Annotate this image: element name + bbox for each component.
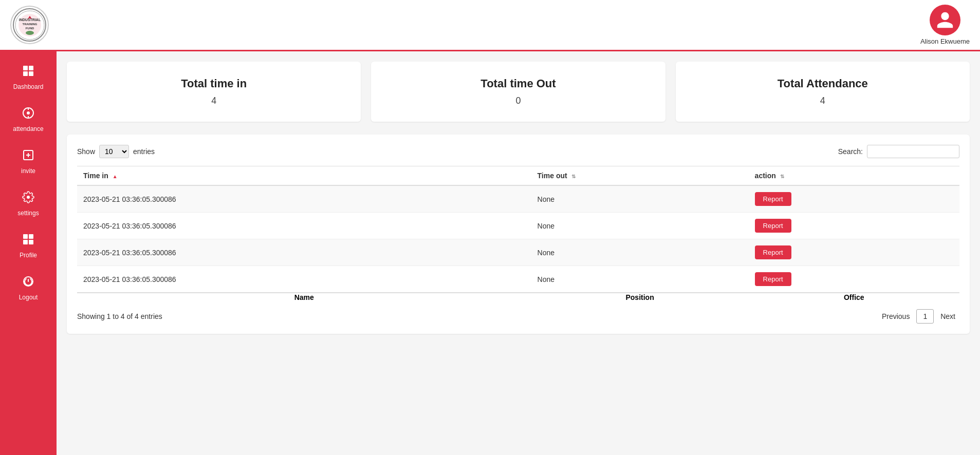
invite-label: invite — [21, 167, 35, 175]
report-button-3[interactable]: Report — [755, 245, 791, 259]
profile-icon — [22, 233, 34, 249]
invite-icon — [22, 149, 34, 164]
page-1-button[interactable]: 1 — [916, 309, 934, 324]
svg-point-12 — [27, 111, 30, 115]
table-row: 2023-05-21 03:36:05.300086 None Report — [77, 266, 959, 293]
table-body: 2023-05-21 03:36:05.300086 None Report 2… — [77, 185, 959, 293]
top-header: INDUSTRIAL TRAINING FUND Alison Ekwueme — [0, 0, 980, 51]
main-layout: Dashboard attendance invi — [0, 51, 980, 455]
sidebar-item-settings[interactable]: settings — [0, 183, 57, 225]
svg-rect-21 — [23, 240, 28, 244]
svg-point-18 — [27, 196, 30, 199]
svg-rect-9 — [23, 71, 28, 76]
table-section: Show 10 25 50 100 entries Search: — [67, 135, 970, 334]
stat-card-time-out: Total time Out 0 — [371, 62, 665, 122]
stat-card-time-in: Total time in 4 — [67, 62, 361, 122]
row4-action: Report — [749, 266, 959, 293]
table-header: Time in ▲ Time out ⇅ action ⇅ — [77, 166, 959, 186]
settings-icon — [22, 191, 34, 206]
attendance-value: 4 — [686, 96, 959, 106]
settings-label: settings — [17, 210, 39, 217]
report-button-1[interactable]: Report — [755, 192, 791, 206]
logout-label: Logout — [19, 294, 38, 301]
pagination-controls: Previous 1 Next — [878, 309, 959, 324]
svg-text:TRAINING: TRAINING — [22, 23, 37, 26]
previous-button[interactable]: Previous — [878, 310, 914, 323]
svg-rect-22 — [29, 240, 33, 244]
table-row: 2023-05-21 03:36:05.300086 None Report — [77, 213, 959, 239]
report-button-4[interactable]: Report — [755, 272, 791, 286]
row3-time-in: 2023-05-21 03:36:05.300086 — [77, 239, 531, 266]
row2-action: Report — [749, 213, 959, 239]
sidebar-item-profile[interactable]: Profile — [0, 225, 57, 267]
svg-text:INDUSTRIAL: INDUSTRIAL — [19, 18, 41, 22]
next-button[interactable]: Next — [936, 310, 959, 323]
logo-inner: INDUSTRIAL TRAINING FUND — [13, 8, 46, 42]
dashboard-icon — [22, 65, 34, 80]
svg-rect-19 — [23, 234, 28, 239]
row2-time-in: 2023-05-21 03:36:05.300086 — [77, 213, 531, 239]
sidebar-item-invite[interactable]: invite — [0, 141, 57, 183]
svg-rect-10 — [29, 71, 33, 76]
row3-time-out: None — [531, 239, 749, 266]
table-footer: Name Position Office — [77, 293, 959, 301]
user-name: Alison Ekwueme — [920, 37, 970, 45]
attendance-icon — [22, 107, 34, 122]
attendance-title: Total Attendance — [686, 77, 959, 90]
sort-time-out-icon: ⇅ — [571, 174, 576, 179]
sort-time-in-icon: ▲ — [113, 174, 118, 179]
search-area: Search: — [838, 145, 959, 158]
sidebar-item-attendance[interactable]: attendance — [0, 99, 57, 141]
svg-rect-8 — [29, 66, 33, 70]
content-area: Total time in 4 Total time Out 0 Total A… — [57, 51, 980, 455]
col-position: Position — [531, 293, 749, 301]
svg-rect-7 — [23, 66, 28, 70]
profile-label: Profile — [20, 252, 37, 259]
search-input[interactable] — [867, 145, 959, 158]
time-out-title: Total time Out — [381, 77, 655, 90]
show-label: Show — [77, 147, 95, 156]
sidebar-item-dashboard[interactable]: Dashboard — [0, 56, 57, 99]
dashboard-label: Dashboard — [13, 83, 44, 90]
report-button-2[interactable]: Report — [755, 219, 791, 233]
row3-action: Report — [749, 239, 959, 266]
pagination-row: Showing 1 to 4 of 4 entries Previous 1 N… — [77, 309, 959, 324]
logout-icon — [22, 275, 34, 291]
col-name: Name — [77, 293, 531, 301]
col-action: action ⇅ — [749, 166, 959, 186]
col-time-out: Time out ⇅ — [531, 166, 749, 186]
stat-card-attendance: Total Attendance 4 — [676, 62, 970, 122]
user-avatar — [930, 5, 960, 35]
time-in-title: Total time in — [77, 77, 350, 90]
stats-row: Total time in 4 Total time Out 0 Total A… — [67, 62, 970, 122]
time-out-value: 0 — [381, 96, 655, 106]
row2-time-out: None — [531, 213, 749, 239]
showing-text: Showing 1 to 4 of 4 entries — [77, 312, 162, 320]
user-area: Alison Ekwueme — [920, 5, 970, 45]
attendance-table: Time in ▲ Time out ⇅ action ⇅ 2023-05-21… — [77, 166, 959, 301]
table-row: 2023-05-21 03:36:05.300086 None Report — [77, 239, 959, 266]
search-label: Search: — [838, 147, 863, 156]
svg-text:FUND: FUND — [25, 27, 34, 30]
logo: INDUSTRIAL TRAINING FUND — [10, 6, 49, 44]
row1-action: Report — [749, 185, 959, 213]
svg-rect-20 — [29, 234, 33, 239]
svg-point-6 — [26, 31, 34, 35]
col-time-in: Time in ▲ — [77, 166, 531, 186]
row4-time-in: 2023-05-21 03:36:05.300086 — [77, 266, 531, 293]
table-row: 2023-05-21 03:36:05.300086 None Report — [77, 185, 959, 213]
time-in-value: 4 — [77, 96, 350, 106]
row4-time-out: None — [531, 266, 749, 293]
col-office: Office — [749, 293, 959, 301]
attendance-label: attendance — [13, 125, 43, 132]
sidebar-item-logout[interactable]: Logout — [0, 267, 57, 309]
table-controls: Show 10 25 50 100 entries Search: — [77, 145, 959, 158]
user-icon — [935, 10, 955, 30]
row1-time-out: None — [531, 185, 749, 213]
sort-action-icon: ⇅ — [780, 174, 784, 179]
row1-time-in: 2023-05-21 03:36:05.300086 — [77, 185, 531, 213]
entries-label: entries — [133, 147, 155, 156]
sidebar: Dashboard attendance invi — [0, 51, 57, 455]
show-entries: Show 10 25 50 100 entries — [77, 145, 155, 158]
entries-select[interactable]: 10 25 50 100 — [99, 145, 129, 158]
